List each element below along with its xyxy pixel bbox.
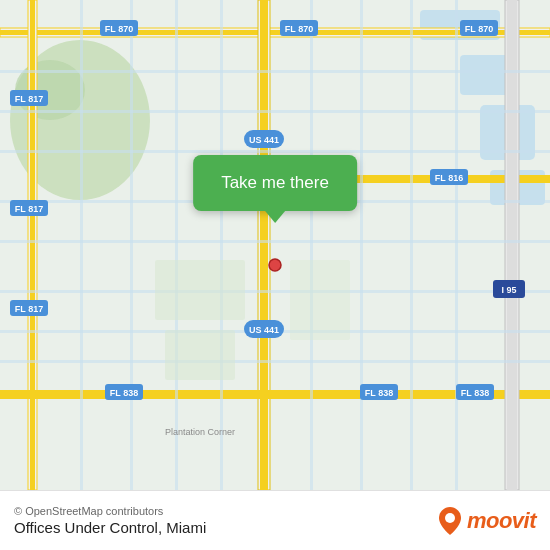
svg-rect-62 bbox=[290, 260, 350, 340]
svg-rect-29 bbox=[310, 0, 313, 490]
svg-text:FL 817: FL 817 bbox=[15, 304, 43, 314]
svg-rect-32 bbox=[455, 0, 458, 490]
copyright-text: © OpenStreetMap contributors bbox=[14, 505, 206, 517]
svg-text:FL 870: FL 870 bbox=[105, 24, 133, 34]
svg-rect-16 bbox=[507, 0, 517, 490]
svg-text:FL 817: FL 817 bbox=[15, 94, 43, 104]
svg-rect-28 bbox=[220, 0, 223, 490]
moovit-pin-icon bbox=[439, 507, 461, 535]
location-text: Offices Under Control, Miami bbox=[14, 519, 206, 536]
svg-text:FL 870: FL 870 bbox=[465, 24, 493, 34]
svg-rect-10 bbox=[30, 0, 35, 490]
svg-rect-31 bbox=[410, 0, 413, 490]
svg-rect-12 bbox=[260, 0, 268, 490]
svg-rect-30 bbox=[360, 0, 363, 490]
bottom-left: © OpenStreetMap contributors Offices Und… bbox=[14, 505, 206, 536]
moovit-logo: moovit bbox=[439, 507, 536, 535]
svg-rect-27 bbox=[175, 0, 178, 490]
bottom-bar: © OpenStreetMap contributors Offices Und… bbox=[0, 490, 550, 550]
svg-point-59 bbox=[269, 259, 281, 271]
svg-text:FL 870: FL 870 bbox=[285, 24, 313, 34]
moovit-wordmark: moovit bbox=[467, 508, 536, 534]
svg-text:FL 838: FL 838 bbox=[110, 388, 138, 398]
take-me-there-button[interactable]: Take me there bbox=[193, 155, 357, 211]
svg-text:I 95: I 95 bbox=[501, 285, 516, 295]
svg-text:US 441: US 441 bbox=[249, 325, 279, 335]
svg-rect-25 bbox=[80, 0, 83, 490]
svg-rect-26 bbox=[130, 0, 133, 490]
svg-text:FL 838: FL 838 bbox=[365, 388, 393, 398]
svg-text:FL 838: FL 838 bbox=[461, 388, 489, 398]
svg-rect-61 bbox=[165, 330, 235, 380]
svg-text:FL 817: FL 817 bbox=[15, 204, 43, 214]
svg-text:FL 816: FL 816 bbox=[435, 173, 463, 183]
svg-rect-60 bbox=[155, 260, 245, 320]
svg-text:US 441: US 441 bbox=[249, 135, 279, 145]
svg-text:Plantation Corner: Plantation Corner bbox=[165, 427, 235, 437]
map-container: FL 870 FL 870 FL 870 FL 817 FL 817 FL 81… bbox=[0, 0, 550, 490]
svg-point-64 bbox=[445, 513, 455, 523]
